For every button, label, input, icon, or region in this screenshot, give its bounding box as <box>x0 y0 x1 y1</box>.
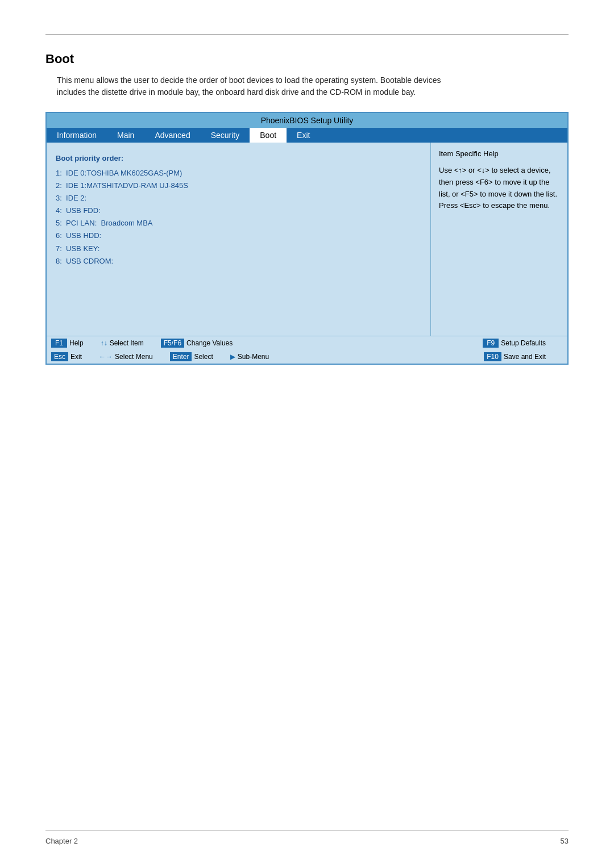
boot-item-2-num: 2: IDE 1: <box>56 180 86 192</box>
boot-item-7[interactable]: 7: USB KEY: <box>56 243 421 255</box>
page-title: Boot <box>45 52 569 66</box>
help-text: Use <↑> or <↓> to select a device, then … <box>439 165 559 212</box>
boot-item-4-num: 4: USB FDD: <box>56 205 101 217</box>
boot-item-8[interactable]: 8: USB CDROM: <box>56 255 421 268</box>
change-values-label: Change Values <box>186 339 233 347</box>
menu-item-information[interactable]: Information <box>47 128 107 143</box>
boot-item-1[interactable]: 1: IDE 0: TOSHIBA MK6025GAS-(PM) <box>56 167 421 180</box>
enter-badge: Enter <box>170 352 192 361</box>
desc-line1: This menu allows the user to decide the … <box>57 76 441 85</box>
submenu-arrow: ▶ <box>230 353 235 361</box>
f9-badge: F9 <box>483 339 499 348</box>
setup-defaults-label: Setup Defaults <box>501 339 546 347</box>
f10-badge: F10 <box>484 352 501 361</box>
bios-main-panel: Boot priority order: 1: IDE 0: TOSHIBA M… <box>47 143 431 336</box>
bios-title-bar: PhoenixBIOS Setup Utility <box>47 113 567 128</box>
boot-item-5-value: Broadcom MBA <box>97 217 152 229</box>
menu-item-main[interactable]: Main <box>107 128 144 143</box>
esc-badge: Esc <box>51 352 68 361</box>
select-menu-label: Select Menu <box>115 353 153 361</box>
leftright-arrow: ←→ <box>99 353 113 361</box>
f1-badge: F1 <box>51 339 67 348</box>
menu-item-exit[interactable]: Exit <box>287 128 320 143</box>
boot-item-6-num: 6: USB HDD: <box>56 229 101 242</box>
select-label: Select <box>194 353 213 361</box>
submenu-label: Sub-Menu <box>238 353 269 361</box>
bios-content: Boot priority order: 1: IDE 0: TOSHIBA M… <box>47 143 567 336</box>
bios-help-panel: Item Specific Help Use <↑> or <↓> to sel… <box>431 143 567 336</box>
desc-line2: includes the distette drive in module ba… <box>57 87 416 97</box>
updown-arrow: ↑↓ <box>101 339 107 347</box>
footer-chapter: Chapter 2 <box>45 837 78 845</box>
boot-priority-label: Boot priority order: <box>56 154 421 162</box>
boot-item-1-value: TOSHIBA MK6025GAS-(PM) <box>86 167 182 180</box>
boot-item-6[interactable]: 6: USB HDD: <box>56 229 421 242</box>
footer-page-num: 53 <box>561 837 569 845</box>
boot-item-3[interactable]: 3: IDE 2: <box>56 192 421 205</box>
boot-item-3-num: 3: IDE 2: <box>56 192 86 205</box>
help-title: Item Specific Help <box>439 149 559 158</box>
bios-key-bar: F1 Help ↑↓ Select Item F5/F6 Change Valu… <box>47 336 567 364</box>
section-description: This menu allows the user to decide the … <box>57 74 569 98</box>
select-item-label: Select Item <box>110 339 144 347</box>
boot-item-4[interactable]: 4: USB FDD: <box>56 205 421 217</box>
f5f6-badge: F5/F6 <box>161 339 184 348</box>
top-rule <box>45 34 569 35</box>
boot-item-2[interactable]: 2: IDE 1: MATSHITADVD-RAM UJ-845S <box>56 180 421 192</box>
page-footer: Chapter 2 53 <box>45 831 569 845</box>
save-exit-label: Save and Exit <box>504 353 546 361</box>
key-row-2: Esc Exit ←→ Select Menu Enter Select ▶ S… <box>47 350 567 364</box>
boot-item-5[interactable]: 5: PCI LAN: Broadcom MBA <box>56 217 421 229</box>
boot-item-8-num: 8: USB CDROM: <box>56 255 113 268</box>
bios-menu-bar: Information Main Advanced Security Boot … <box>47 128 567 143</box>
f1-label: Help <box>69 339 84 347</box>
key-row-1: F1 Help ↑↓ Select Item F5/F6 Change Valu… <box>47 336 567 350</box>
esc-label: Exit <box>70 353 82 361</box>
boot-item-1-num: 1: IDE 0: <box>56 167 86 180</box>
bios-box: PhoenixBIOS Setup Utility Information Ma… <box>45 112 569 365</box>
boot-item-7-num: 7: USB KEY: <box>56 243 99 255</box>
menu-item-security[interactable]: Security <box>201 128 250 143</box>
menu-item-advanced[interactable]: Advanced <box>144 128 200 143</box>
boot-item-5-num: 5: PCI LAN: <box>56 217 97 229</box>
menu-item-boot[interactable]: Boot <box>250 128 287 143</box>
boot-item-2-value: MATSHITADVD-RAM UJ-845S <box>86 180 188 192</box>
